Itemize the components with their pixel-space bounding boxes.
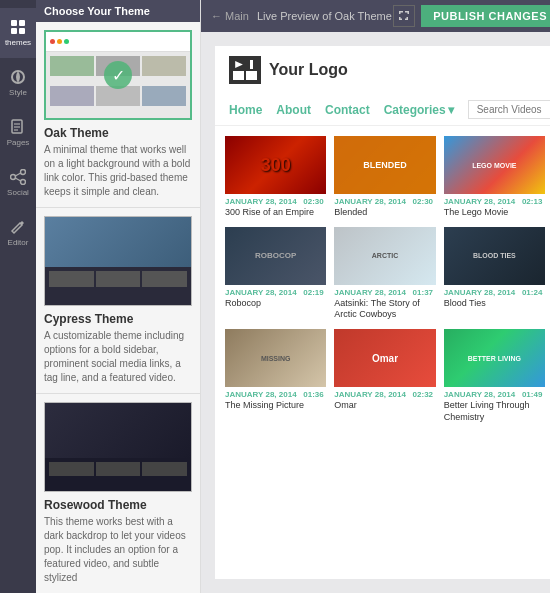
social-icon xyxy=(10,169,26,185)
video-item-chemistry[interactable]: BETTER LIVING JANUARY 28, 2014 01:49 Bet… xyxy=(444,329,545,423)
svg-point-10 xyxy=(11,175,16,180)
video-title-omar: Omar xyxy=(334,400,435,412)
editor-label: Editor xyxy=(8,238,29,247)
cypress-theme-desc: A customizable theme including options f… xyxy=(44,329,192,385)
video-date-blended: JANUARY 28, 2014 02:30 xyxy=(334,197,435,206)
video-item-arctic[interactable]: ARCTIC JANUARY 28, 2014 01:37 Aatsinki: … xyxy=(334,227,435,321)
top-bar-left: ← Main Live Preview of Oak Theme xyxy=(211,10,392,22)
pages-label: Pages xyxy=(7,138,30,147)
svg-rect-2 xyxy=(11,28,17,34)
video-item-bloodties[interactable]: BLOOD TIES JANUARY 28, 2014 01:24 Blood … xyxy=(444,227,545,321)
pages-icon xyxy=(10,119,26,135)
svg-line-12 xyxy=(15,173,20,176)
nav-home[interactable]: Home xyxy=(229,103,262,117)
video-item-omar[interactable]: Omar JANUARY 28, 2014 02:32 Omar xyxy=(334,329,435,423)
themes-icon xyxy=(10,19,26,35)
expand-icon xyxy=(398,10,410,22)
preview-title: Live Preview of Oak Theme xyxy=(257,10,392,22)
svg-point-11 xyxy=(21,180,26,185)
theme-card-rosewood[interactable]: Rosewood Theme This theme works best wit… xyxy=(36,394,200,593)
svg-rect-0 xyxy=(11,20,17,26)
video-thumb-blended: BLENDED xyxy=(334,136,435,194)
social-label: Social xyxy=(7,188,29,197)
theme-panel: Choose Your Theme ✓ Oak Theme A minimal … xyxy=(36,0,201,593)
video-date-missing: JANUARY 28, 2014 01:36 xyxy=(225,390,326,399)
video-date-omar: JANUARY 28, 2014 02:32 xyxy=(334,390,435,399)
video-thumb-robocop: ROBOCOP xyxy=(225,227,326,285)
site-header: Your Logo xyxy=(215,46,550,94)
video-title-chemistry: Better Living Through Chemistry xyxy=(444,400,545,423)
video-date-bloodties: JANUARY 28, 2014 01:24 xyxy=(444,288,545,297)
selected-checkmark: ✓ xyxy=(104,61,132,89)
video-title-lego: The Lego Movie xyxy=(444,207,545,219)
video-date-lego: JANUARY 28, 2014 02:13 xyxy=(444,197,545,206)
video-title-arctic: Aatsinki: The Story of Arctic Cowboys xyxy=(334,298,435,321)
rosewood-theme-desc: This theme works best with a dark backdr… xyxy=(44,515,192,585)
theme-panel-header: Choose Your Theme xyxy=(36,0,200,22)
video-item-blended[interactable]: BLENDED JANUARY 28, 2014 02:30 Blended xyxy=(334,136,435,219)
theme-card-cypress[interactable]: Cypress Theme A customizable theme inclu… xyxy=(36,208,200,394)
rosewood-theme-name: Rosewood Theme xyxy=(44,498,192,512)
top-bar: ← Main Live Preview of Oak Theme PUBLISH… xyxy=(201,0,550,32)
oak-preview[interactable]: ✓ xyxy=(44,30,192,120)
svg-rect-1 xyxy=(19,20,25,26)
video-date-robocop: JANUARY 28, 2014 02:19 xyxy=(225,288,326,297)
pause-bar1 xyxy=(250,60,253,69)
main-area: ← Main Live Preview of Oak Theme PUBLISH… xyxy=(201,0,550,593)
svg-point-9 xyxy=(21,170,26,175)
style-icon xyxy=(10,69,26,85)
logo-icon xyxy=(229,56,261,84)
sidebar-item-editor[interactable]: Editor xyxy=(0,208,36,258)
nav-categories-dropdown[interactable]: Categories ▾ xyxy=(384,103,454,117)
video-item-robocop[interactable]: ROBOCOP JANUARY 28, 2014 02:19 Robocop xyxy=(225,227,326,321)
sidebar-item-social[interactable]: Social xyxy=(0,158,36,208)
site-nav: Home About Contact Categories ▾ xyxy=(215,94,550,126)
play-icon-cell xyxy=(233,60,244,69)
rosewood-preview[interactable] xyxy=(44,402,192,492)
publish-button[interactable]: PUBLISH CHANGES xyxy=(421,5,550,27)
video-thumb-300: 300 xyxy=(225,136,326,194)
video-thumb-bloodties: BLOOD TIES xyxy=(444,227,545,285)
nav-about[interactable]: About xyxy=(276,103,311,117)
back-link[interactable]: ← Main xyxy=(211,10,249,22)
expand-button[interactable] xyxy=(393,5,415,27)
video-title-300: 300 Rise of an Empire xyxy=(225,207,326,219)
logo-text: Your Logo xyxy=(269,61,348,79)
oak-theme-name: Oak Theme xyxy=(44,126,192,140)
video-grid: 300 JANUARY 28, 2014 02:30 300 Rise of a… xyxy=(215,126,550,433)
cypress-preview[interactable] xyxy=(44,216,192,306)
sidebar-item-pages[interactable]: Pages xyxy=(0,108,36,158)
video-title-missing: The Missing Picture xyxy=(225,400,326,412)
video-title-robocop: Robocop xyxy=(225,298,326,310)
video-item-300[interactable]: 300 JANUARY 28, 2014 02:30 300 Rise of a… xyxy=(225,136,326,219)
grid-cell-2 xyxy=(246,71,257,80)
oak-theme-desc: A minimal theme that works well on a lig… xyxy=(44,143,192,199)
video-thumb-arctic: ARCTIC xyxy=(334,227,435,285)
style-label: Style xyxy=(9,88,27,97)
search-input[interactable] xyxy=(468,100,550,119)
video-title-blended: Blended xyxy=(334,207,435,219)
nav-contact[interactable]: Contact xyxy=(325,103,370,117)
video-item-missing[interactable]: MISSING JANUARY 28, 2014 01:36 The Missi… xyxy=(225,329,326,423)
video-item-lego[interactable]: LEGO MOVIE JANUARY 28, 2014 02:13 The Le… xyxy=(444,136,545,219)
site-preview: Your Logo Home About Contact Categories … xyxy=(215,46,550,579)
video-date-arctic: JANUARY 28, 2014 01:37 xyxy=(334,288,435,297)
video-title-bloodties: Blood Ties xyxy=(444,298,545,310)
video-thumb-omar: Omar xyxy=(334,329,435,387)
video-thumb-missing: MISSING xyxy=(225,329,326,387)
video-thumb-lego: LEGO MOVIE xyxy=(444,136,545,194)
video-date-chemistry: JANUARY 28, 2014 01:49 xyxy=(444,390,545,399)
icon-sidebar: themes Style Pages Social Edi xyxy=(0,0,36,593)
grid-cell-1 xyxy=(233,71,244,80)
cypress-theme-name: Cypress Theme xyxy=(44,312,192,326)
sidebar-item-style[interactable]: Style xyxy=(0,58,36,108)
video-date-300: JANUARY 28, 2014 02:30 xyxy=(225,197,326,206)
svg-line-13 xyxy=(15,178,20,181)
video-thumb-chemistry: BETTER LIVING xyxy=(444,329,545,387)
svg-rect-3 xyxy=(19,28,25,34)
theme-card-oak[interactable]: ✓ Oak Theme A minimal theme that works w… xyxy=(36,22,200,208)
sidebar-item-themes[interactable]: themes xyxy=(0,8,36,58)
editor-icon xyxy=(10,219,26,235)
themes-label: themes xyxy=(5,38,31,47)
preview-area: Your Logo Home About Contact Categories … xyxy=(201,32,550,593)
